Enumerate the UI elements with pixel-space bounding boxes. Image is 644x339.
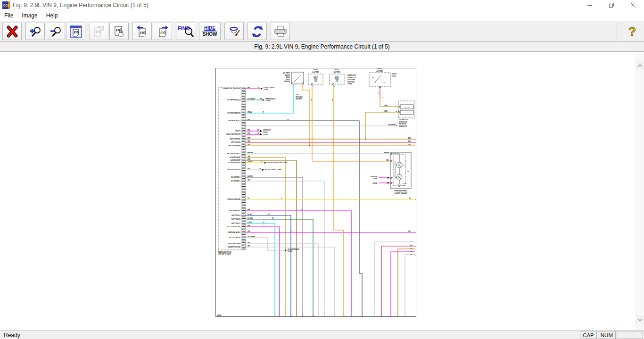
minimize-button[interactable] <box>579 0 601 10</box>
svg-text:TAN: TAN <box>248 156 250 157</box>
svg-text:B: B <box>334 86 335 87</box>
highlight-button[interactable] <box>224 23 244 40</box>
hide-show-button[interactable]: HIDE SHOW <box>199 23 221 40</box>
zoom-in-button[interactable] <box>25 23 45 40</box>
svg-text:PNK: PNK <box>408 231 411 232</box>
svg-text:BRN: BRN <box>410 248 413 249</box>
svg-text:UPSHIFT LAMP: UPSHIFT LAMP <box>230 157 240 158</box>
svg-text:BLK/WH: BLK/WH <box>248 175 253 177</box>
menu-item-file[interactable]: File <box>0 11 17 20</box>
svg-text:VSS PT: VSS PT <box>235 130 240 132</box>
toolbar-separator <box>196 23 198 40</box>
svg-text:FENDER): FENDER) <box>284 81 290 83</box>
svg-text:MODULE (ON: MODULE (ON <box>399 121 407 123</box>
svg-text:DISTRIBUTOR: DISTRIBUTOR <box>399 119 408 121</box>
svg-text:CRUISE CONT (4TH+3RD): CRUISE CONT (4TH+3RD) <box>223 88 240 90</box>
menu-item-help[interactable]: Help <box>42 11 62 20</box>
red-x-icon <box>6 25 19 38</box>
status-blank-panel <box>617 331 643 339</box>
maximize-button[interactable] <box>601 0 622 10</box>
show-label: SHOW <box>202 32 217 37</box>
find-button[interactable]: FIND <box>176 23 195 40</box>
svg-text:ECM B: ECM B <box>314 76 317 78</box>
svg-text:HOT AT: HOT AT <box>378 68 382 70</box>
svg-text:LT BLU: LT BLU <box>248 222 252 223</box>
svg-text:8: 8 <box>281 198 282 199</box>
svg-text:FUEL PUMP RLY DR: FUEL PUMP RLY DR <box>226 133 241 135</box>
hide-label: HIDE <box>202 26 217 32</box>
svg-text:ACC: ACC <box>373 82 376 83</box>
svg-text:A/C CUT RELAY: A/C CUT RELAY <box>229 237 241 239</box>
svg-text:+39: +39 <box>257 87 259 89</box>
refresh-button[interactable] <box>248 23 267 40</box>
svg-text:(NOT USED -: (NOT USED - <box>296 96 304 98</box>
toolbar-separator <box>244 23 247 40</box>
svg-text:RED: RED <box>408 141 411 142</box>
svg-text:ORG: ORG <box>311 98 312 101</box>
scroll-up-button[interactable] <box>636 61 644 69</box>
svg-text:ALL TIMES: ALL TIMES <box>312 71 319 73</box>
toolbar-separator <box>86 23 89 40</box>
svg-text:GRY: GRY <box>248 245 250 247</box>
num-indicator: NUM <box>598 331 616 339</box>
printer-icon <box>273 25 288 38</box>
print-button[interactable] <box>271 23 290 40</box>
svg-text:6: 6 <box>291 231 292 232</box>
svg-text:INJ DRIVER 2: INJ DRIVER 2 <box>231 180 240 182</box>
svg-text:-417: -417 <box>267 214 270 215</box>
svg-text:FUSE: FUSE <box>314 78 317 80</box>
fit-window-button[interactable]: FIG <box>66 23 85 40</box>
svg-text:DK GRN/WH: DK GRN/WH <box>248 236 255 238</box>
close-figure-button[interactable] <box>2 23 22 40</box>
svg-text:-34: -34 <box>259 168 261 170</box>
svg-text:212 HM: 212 HM <box>373 182 378 184</box>
diagram-viewport[interactable]: CRUISE CONT (4TH+3RD)4/3 SHIFT SW (4+3)T… <box>0 52 644 330</box>
figure-hand-icon: FIG <box>113 25 126 38</box>
svg-text:SHIFT SOL C: SHIFT SOL C <box>231 223 241 224</box>
menu-bar: File Image Help <box>0 10 644 21</box>
svg-text:212 HM: 212 HM <box>373 178 378 180</box>
svg-text:BAT FEED (MEM): BAT FEED (MEM) <box>229 145 240 147</box>
refresh-icon <box>251 25 264 38</box>
help-button[interactable]: ? <box>621 23 644 40</box>
svg-text:HOT AT: HOT AT <box>335 69 339 71</box>
svg-text:TN: TN <box>248 198 249 199</box>
svg-text:CLUSTER (GAUGES): CLUSTER (GAUGES) <box>395 192 407 194</box>
svg-text:RH SIDE OF: RH SIDE OF <box>399 123 406 125</box>
svg-text:SWITCH: SWITCH <box>285 74 290 76</box>
zoom-out-button[interactable] <box>46 23 65 40</box>
svg-text:BLK/WH: BLK/WH <box>302 314 303 317</box>
svg-text:PNK: PNK <box>248 129 250 131</box>
svg-text:ICM: ICM <box>407 171 409 172</box>
svg-text:O2/V MODULE GROUND 212 HM: O2/V MODULE GROUND 212 HM <box>267 162 287 164</box>
svg-text:ORG: ORG <box>408 144 411 146</box>
svg-text:HOT AT: HOT AT <box>314 69 318 71</box>
svg-text:-39: -39 <box>257 132 259 134</box>
pan-figure-button[interactable]: FIG <box>109 23 129 40</box>
scrollbar[interactable] <box>636 53 644 330</box>
svg-text:EST BYPASS: EST BYPASS <box>231 141 240 143</box>
restore-icon <box>609 2 614 8</box>
menu-item-image[interactable]: Image <box>17 11 41 20</box>
svg-text:O2 SENSOR GND: O2 SENSOR GND <box>228 162 241 164</box>
svg-text:ECM 1: ECM 1 <box>335 76 339 78</box>
svg-text:A/C CLUTCH CTRL: A/C CLUTCH CTRL <box>227 226 240 228</box>
svg-text:DK GRN/WH: DK GRN/WH <box>248 98 255 100</box>
svg-text:PNK: PNK <box>248 132 250 134</box>
close-button[interactable] <box>622 0 644 10</box>
magnifier-minus-icon <box>50 25 62 38</box>
svg-text:COMP): COMP) <box>347 83 352 85</box>
svg-text:212 HM: 212 HM <box>264 89 268 91</box>
figure-next-icon: FIG <box>156 25 169 38</box>
svg-text:IGN/TACH REF (-): IGN/TACH REF (-) <box>228 120 240 122</box>
svg-text:DK GRN/WH: DK GRN/WH <box>388 124 396 126</box>
svg-text:PNK: PNK <box>248 209 250 211</box>
svg-text:A: A <box>313 86 314 87</box>
next-figure-button[interactable]: FIG <box>153 23 172 40</box>
svg-text:70: 70 <box>263 111 264 113</box>
svg-text:DK BLU: DK BLU <box>290 314 292 317</box>
previous-figure-button[interactable]: FIG <box>132 23 152 40</box>
scroll-down-button[interactable] <box>636 315 644 323</box>
figure-copy-icon: FIG <box>92 25 106 38</box>
toolbar-separator <box>173 23 175 40</box>
